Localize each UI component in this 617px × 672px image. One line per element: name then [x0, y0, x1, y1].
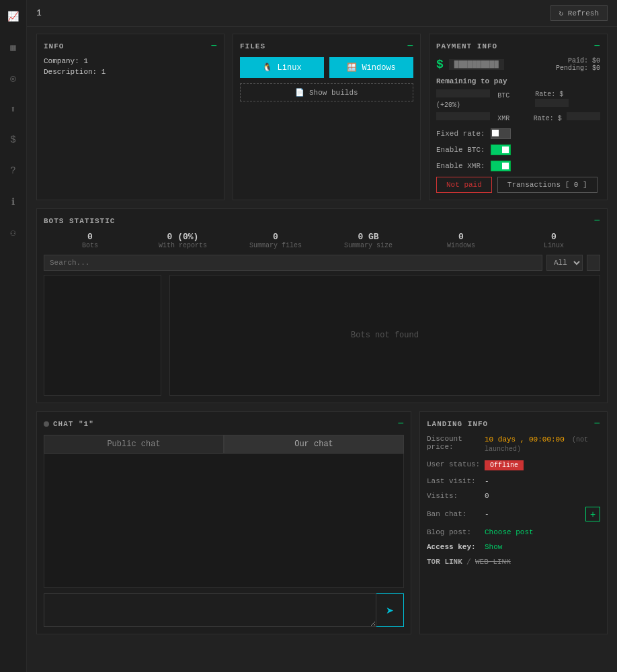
bots-filter-row: All	[44, 255, 600, 271]
enable-xmr-row: Enable XMR:	[436, 161, 600, 171]
chat-title: CHAT "1"	[53, 420, 94, 428]
transactions-button[interactable]: Transactions [ 0 ]	[497, 177, 598, 193]
chat-input-row: ➤	[44, 593, 404, 627]
activity-icon[interactable]: ⬆	[4, 99, 23, 118]
discount-price-label: Discount price:	[427, 435, 481, 451]
blog-post-label: Blog post:	[427, 528, 481, 536]
bots-detail-area: Bots not found	[169, 275, 600, 396]
fixed-rate-toggle[interactable]	[491, 128, 511, 139]
stat-linux-value: 0	[507, 232, 600, 242]
enable-btc-label: Enable BTC:	[436, 146, 485, 154]
btc-left: BTC (+20%)	[436, 89, 535, 110]
show-access-key-link[interactable]: Show	[485, 543, 502, 551]
payment-panel-title: PAYMENT INFO	[436, 42, 497, 50]
xmr-rate-value	[567, 112, 600, 120]
files-panel: FILES − 🐧 Linux 🪟 Windows 📄 Show builds	[233, 34, 421, 200]
stat-summary-size: 0 GB Summary size	[322, 232, 415, 249]
files-panel-header: FILES −	[240, 41, 413, 52]
question-icon[interactable]: ?	[4, 161, 23, 180]
refresh-button[interactable]: ↻ Refresh	[550, 5, 608, 21]
stat-windows: 0 Windows	[415, 232, 507, 249]
link-slash: /	[466, 558, 471, 567]
landing-panel: LANDING INFO − Discount price: 10 days ,…	[419, 411, 608, 634]
description-label: Description:	[44, 68, 97, 76]
paid-row: Paid: $0	[556, 57, 600, 65]
pending-value: 0	[596, 65, 600, 72]
stat-reports: 0 (0%) With reports	[136, 232, 229, 249]
last-visit-label: Last visit:	[427, 477, 481, 485]
description-value: 1	[101, 68, 106, 76]
stat-summary-files: 0 Summary files	[229, 232, 322, 249]
btc-toggle[interactable]	[491, 144, 511, 155]
xmr-row: XMR Rate: $	[436, 112, 600, 123]
bots-filter-select[interactable]: All	[546, 255, 583, 271]
info-company-row: Company: 1	[44, 57, 217, 65]
stat-linux: 0 Linux	[507, 232, 600, 249]
globe-icon[interactable]: ◎	[4, 69, 23, 87]
payment-address-row: $ ██████████ Paid: $0 Pending: $0	[436, 57, 600, 72]
bots-search-input[interactable]	[44, 255, 542, 271]
ban-chat-label: Ban chat:	[427, 510, 481, 518]
payment-panel: PAYMENT INFO − $ ██████████ Paid: $0 Pen…	[429, 34, 608, 200]
public-chat-tab[interactable]: Public chat	[44, 435, 224, 454]
bots-panel-title: BOTS STATISTIC	[44, 217, 115, 225]
enable-xmr-label: Enable XMR:	[436, 162, 485, 170]
users-icon[interactable]: ⚇	[4, 223, 23, 242]
choose-post-link[interactable]: Choose post	[485, 528, 534, 536]
user-status-label: User status:	[427, 460, 481, 468]
show-builds-button[interactable]: 📄 Show builds	[240, 83, 413, 101]
info-icon[interactable]: ℹ	[4, 192, 23, 211]
bottom-row: CHAT "1" − Public chat Our chat ➤ LANDIN…	[36, 411, 608, 634]
files-panel-collapse[interactable]: −	[407, 41, 413, 52]
stat-reports-label: With reports	[136, 242, 229, 249]
info-description-row: Description: 1	[44, 68, 217, 76]
company-value: 1	[83, 57, 88, 65]
send-button[interactable]: ➤	[376, 593, 404, 627]
visits-row: Visits: 0	[427, 492, 600, 500]
chat-input[interactable]	[44, 593, 376, 627]
xmr-toggle[interactable]	[491, 161, 511, 171]
bots-panel-collapse[interactable]: −	[593, 216, 600, 226]
web-link[interactable]: WEB LINK	[475, 558, 511, 566]
pending-row: Pending: $0	[556, 65, 600, 72]
file-icon[interactable]: ▦	[4, 38, 23, 56]
discount-value: 10 days , 00:00:00	[485, 435, 565, 444]
payment-panel-collapse[interactable]: −	[593, 41, 600, 52]
bots-panel-header: BOTS STATISTIC −	[44, 216, 600, 226]
our-chat-tab[interactable]: Our chat	[224, 435, 404, 454]
dollar-symbol: $	[436, 58, 444, 71]
visits-value: 0	[485, 492, 600, 500]
bots-filter-arrow[interactable]	[587, 255, 600, 271]
discount-price-row: Discount price: 10 days , 00:00:00 (not …	[427, 435, 600, 454]
discount-value-area: 10 days , 00:00:00 (not launched)	[485, 435, 600, 454]
dollar-icon[interactable]: $	[4, 130, 23, 149]
info-panel: INFO − Company: 1 Description: 1	[36, 34, 224, 200]
last-visit-value: -	[485, 477, 600, 485]
bots-content-row: Bots not found	[44, 275, 600, 396]
chat-panel-header: CHAT "1" −	[44, 419, 404, 429]
tor-link[interactable]: TOR LINK	[427, 558, 462, 566]
info-panel-title: INFO	[44, 42, 64, 50]
stat-summary-size-value: 0 GB	[322, 232, 415, 242]
stat-summary-files-value: 0	[229, 232, 322, 242]
landing-panel-collapse[interactable]: −	[593, 419, 600, 429]
chat-panel-collapse[interactable]: −	[397, 419, 404, 429]
stat-bots-label: Bots	[44, 242, 136, 249]
not-paid-button[interactable]: Not paid	[436, 177, 492, 193]
user-status-row: User status: Offline	[427, 460, 600, 470]
bots-stats-row: 0 Bots 0 (0%) With reports 0 Summary fil…	[44, 232, 600, 249]
info-panel-collapse[interactable]: −	[210, 41, 217, 52]
windows-button[interactable]: 🪟 Windows	[329, 57, 413, 78]
bots-panel: BOTS STATISTIC − 0 Bots 0 (0%) With repo…	[36, 208, 608, 403]
header: 1 ↻ Refresh	[27, 0, 617, 27]
stat-windows-label: Windows	[415, 242, 507, 249]
files-buttons: 🐧 Linux 🪟 Windows	[240, 57, 413, 78]
user-status-badge: Offline	[485, 460, 524, 470]
pending-label: Pending: $	[556, 65, 596, 72]
linux-button[interactable]: 🐧 Linux	[240, 57, 324, 78]
btc-address-block	[436, 89, 490, 97]
last-visit-row: Last visit: -	[427, 477, 600, 485]
chart-icon[interactable]: 📈	[4, 7, 23, 26]
ban-chat-add-button[interactable]: +	[585, 507, 600, 521]
main-content: 1 ↻ Refresh INFO − Company: 1 Descriptio…	[27, 0, 617, 672]
